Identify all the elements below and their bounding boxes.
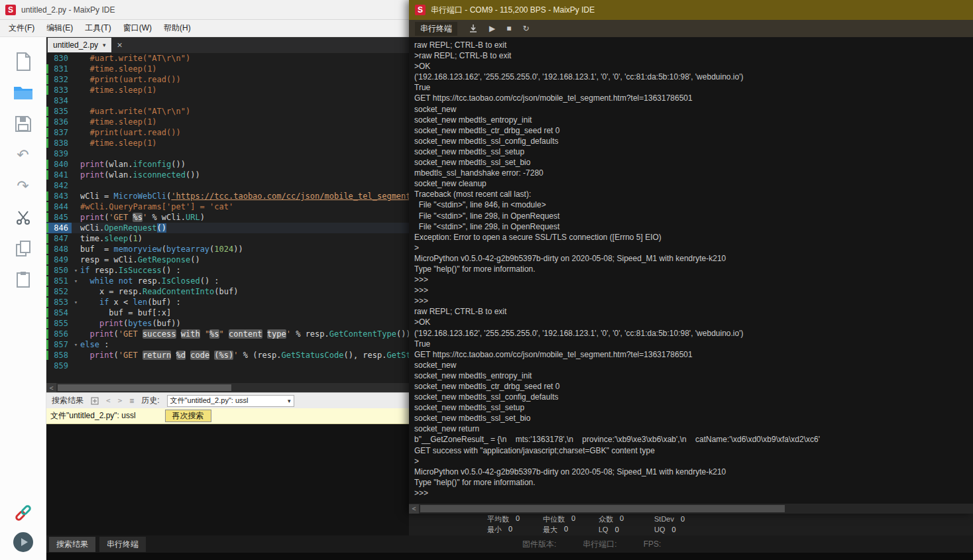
menu-tools[interactable]: 工具(T) — [79, 20, 117, 36]
code-line-846[interactable]: 846wCli.OpenRequest() — [46, 223, 409, 233]
line-number: 846 — [46, 223, 72, 233]
code-line-837[interactable]: 837 #print(uart.read()) — [46, 127, 409, 138]
code-line-853[interactable]: 853▾ if x < len(buf) : — [46, 297, 409, 308]
fold-arrow-icon[interactable]: ▾ — [72, 339, 80, 350]
copy-icon[interactable] — [12, 237, 34, 260]
flash-status-strip: mbedtls_snprintf( buf, buflen, "DHM - Th… — [46, 553, 973, 560]
filter-list-icon[interactable]: ≡ — [129, 396, 134, 406]
run-script-icon[interactable] — [13, 532, 33, 552]
fold-gutter — [72, 64, 80, 74]
code-line-848[interactable]: 848buf = memoryview(bytearray(1024)) — [46, 244, 409, 254]
code-line-831[interactable]: 831 #time.sleep(1) — [46, 64, 409, 74]
scroll-left-icon[interactable]: < — [409, 504, 419, 514]
code-line-851[interactable]: 851▾ while not resp.IsClosed() : — [46, 276, 409, 286]
code-line-842[interactable]: 842 — [46, 180, 409, 191]
line-number: 842 — [46, 180, 72, 191]
connect-board-icon[interactable] — [12, 502, 34, 524]
code-line-858[interactable]: 858 print('GET return %d code (%s)' % (r… — [46, 350, 409, 361]
toolbar-sidebar: ↶ ↷ — [0, 37, 46, 560]
cut-icon[interactable] — [12, 206, 34, 229]
refresh-icon[interactable]: ↻ — [522, 25, 529, 32]
serial-terminal-tab[interactable]: 串行终端 — [415, 22, 457, 36]
connect-serial-icon[interactable] — [469, 24, 478, 33]
next-result-icon[interactable]: > — [118, 396, 123, 405]
main-window-titlebar[interactable]: S untitled_2.py - MaixPy IDE — [0, 0, 409, 20]
terminal-line: socket_new cleanup — [414, 178, 968, 189]
fold-gutter — [72, 74, 80, 85]
line-number: 831 — [46, 64, 72, 74]
search-history-dropdown[interactable]: 文件"untitled_2.py": ussl ▾ — [167, 395, 294, 407]
fold-gutter — [72, 95, 80, 106]
code-line-832[interactable]: 832 #print(uart.read()) — [46, 74, 409, 85]
menu-file[interactable]: 文件(F) — [3, 20, 40, 36]
undo-icon[interactable]: ↶ — [12, 144, 34, 166]
code-line-849[interactable]: 849resp = wCli.GetResponse() — [46, 254, 409, 265]
code-line-859[interactable]: 859 — [46, 361, 409, 371]
terminal-line: > — [414, 243, 968, 253]
code-line-854[interactable]: 854 buf = buf[:x] — [46, 308, 409, 318]
code-line-840[interactable]: 840print(wlan.ifconfig()) — [46, 159, 409, 170]
code-line-839[interactable]: 839 — [46, 148, 409, 159]
fold-arrow-icon[interactable]: ▾ — [72, 276, 80, 286]
terminal-output[interactable]: raw REPL; CTRL-B to exit>raw REPL; CTRL-… — [409, 37, 973, 504]
maixpy-logo-icon: S — [5, 5, 16, 15]
search-panel-label: 搜索结果 — [52, 395, 84, 406]
code-line-843[interactable]: 843wCli = MicroWebCli('https://tcc.taoba… — [46, 191, 409, 201]
chevron-down-icon[interactable]: ▾ — [103, 42, 106, 48]
code-line-838[interactable]: 838 #time.sleep(1) — [46, 138, 409, 148]
stop-icon[interactable]: ■ — [506, 25, 511, 32]
fold-arrow-icon[interactable]: ▾ — [72, 265, 80, 276]
code-line-850[interactable]: 850▾if resp.IsSuccess() : — [46, 265, 409, 276]
close-tab-icon[interactable]: × — [117, 40, 123, 50]
code-line-833[interactable]: 833 #time.sleep(1) — [46, 85, 409, 95]
terminal-line: Type "help()" for more information. — [414, 264, 968, 274]
line-number: 839 — [46, 148, 72, 159]
code-line-844[interactable]: 844#wCli.QueryParams['pet'] = 'cat' — [46, 201, 409, 212]
menu-edit[interactable]: 编辑(E) — [40, 20, 79, 36]
code-line-852[interactable]: 852 x = resp.ReadContentInto(buf) — [46, 286, 409, 297]
line-number: 841 — [46, 170, 72, 180]
tab-untitled-2[interactable]: untitled_2.py ▾ — [48, 38, 111, 52]
play-icon[interactable]: ▶ — [489, 25, 495, 32]
code-text: #uart.write("AT\r\n") — [80, 53, 409, 64]
menu-help[interactable]: 帮助(H) — [158, 20, 197, 36]
maixpy-logo-icon: S — [415, 5, 426, 15]
code-line-834[interactable]: 834 — [46, 95, 409, 106]
terminal-hscrollbar-thumb[interactable] — [420, 505, 785, 512]
editor-hscrollbar-thumb[interactable] — [58, 384, 231, 391]
terminal-line: socket_new — [414, 360, 968, 370]
open-file-icon[interactable] — [12, 82, 34, 104]
code-line-841[interactable]: 841print(wlan.isconnected()) — [46, 170, 409, 180]
chevron-down-icon: ▾ — [288, 398, 291, 404]
fold-gutter — [72, 318, 80, 329]
fold-arrow-icon[interactable]: ▾ — [72, 297, 80, 308]
code-line-836[interactable]: 836 #time.sleep(1) — [46, 117, 409, 127]
code-editor[interactable]: 830 #uart.write("AT\r\n")831 #time.sleep… — [46, 53, 409, 383]
code-line-830[interactable]: 830 #uart.write("AT\r\n") — [46, 53, 409, 64]
code-line-857[interactable]: 857▾else : — [46, 339, 409, 350]
code-line-835[interactable]: 835 #uart.write("AT\r\n") — [46, 106, 409, 117]
search-again-button[interactable]: 再次搜索 — [165, 410, 211, 422]
code-line-845[interactable]: 845print('GET %s' % wCli.URL) — [46, 212, 409, 223]
code-line-855[interactable]: 855 print(bytes(buf)) — [46, 318, 409, 329]
paste-icon[interactable] — [12, 268, 34, 291]
new-file-icon[interactable] — [12, 50, 34, 73]
code-line-847[interactable]: 847time.sleep(1) — [46, 233, 409, 244]
expand-all-icon[interactable] — [91, 397, 99, 405]
scroll-left-icon[interactable]: < — [46, 383, 56, 392]
line-number: 843 — [46, 191, 72, 201]
firmware-version-label: 固件版本: — [522, 539, 556, 550]
fold-gutter — [72, 180, 80, 191]
redo-icon[interactable]: ↷ — [12, 175, 34, 197]
editor-hscrollbar[interactable]: < — [46, 383, 409, 392]
terminal-hscrollbar[interactable]: < — [409, 504, 973, 514]
save-file-icon[interactable] — [12, 113, 34, 135]
bottom-tab-serial-terminal[interactable]: 串行终端 — [99, 537, 146, 552]
bottom-tab-search-results[interactable]: 搜索结果 — [49, 537, 95, 552]
search-results-panel[interactable] — [46, 424, 409, 535]
line-number: 830 — [46, 53, 72, 64]
menu-window[interactable]: 窗口(W) — [117, 20, 158, 36]
prev-result-icon[interactable]: < — [106, 396, 111, 405]
code-line-856[interactable]: 856 print('GET success with "%s" content… — [46, 329, 409, 339]
terminal-titlebar[interactable]: S 串行端口 - COM9 - 115,200 BPS - MaixPy IDE — [409, 0, 973, 20]
